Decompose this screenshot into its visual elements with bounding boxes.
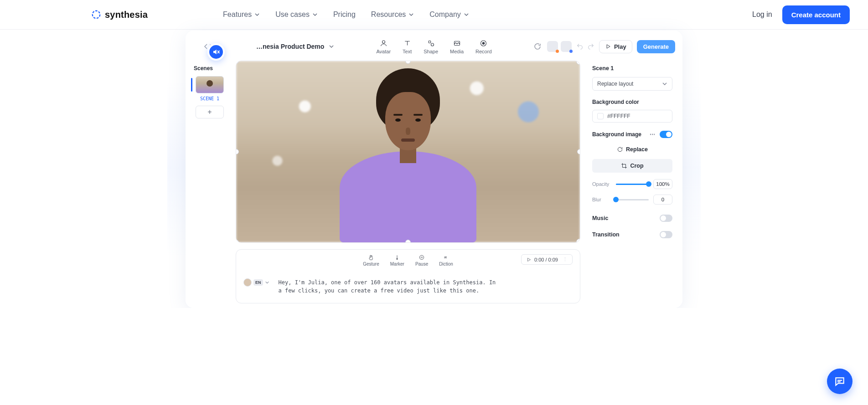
refresh-button[interactable] bbox=[532, 41, 542, 51]
gesture-icon bbox=[368, 254, 374, 261]
music-toggle[interactable] bbox=[660, 215, 672, 222]
play-button[interactable]: Play bbox=[599, 40, 632, 53]
tool-shape[interactable]: Shape bbox=[424, 39, 438, 54]
more-options-icon[interactable]: ⋯ bbox=[650, 131, 656, 138]
nav-pricing[interactable]: Pricing bbox=[333, 10, 356, 19]
brand-icon bbox=[91, 10, 101, 20]
bg-color-label: Background color bbox=[592, 99, 672, 105]
bg-image-toggle[interactable] bbox=[660, 131, 672, 138]
presence-avatar-1[interactable] bbox=[547, 41, 558, 52]
svg-point-0 bbox=[93, 11, 100, 19]
properties-panel: Scene 1 Replace layout Background color … bbox=[587, 61, 678, 303]
blur-value: 0 bbox=[653, 195, 672, 205]
transition-toggle[interactable] bbox=[660, 231, 672, 238]
script-time[interactable]: 0:00 / 0:09 ⋮ bbox=[521, 254, 573, 265]
tool-record[interactable]: Record bbox=[475, 39, 491, 54]
scenes-panel: Scenes SCENE 1 + bbox=[190, 61, 229, 303]
project-title[interactable]: …nesia Product Demo bbox=[256, 43, 334, 50]
svg-rect-4 bbox=[429, 41, 431, 43]
brand-logo[interactable]: synthesia bbox=[91, 10, 148, 20]
presence-avatars bbox=[547, 41, 572, 52]
blur-slider[interactable]: Blur 0 bbox=[592, 195, 672, 205]
generate-button[interactable]: Generate bbox=[637, 40, 675, 53]
nav-links: Features Use cases Pricing Resources Com… bbox=[223, 10, 469, 19]
replace-icon bbox=[617, 146, 623, 153]
svg-point-5 bbox=[431, 43, 434, 46]
music-label: Music bbox=[592, 215, 608, 221]
text-icon bbox=[403, 39, 411, 47]
app-bar-right: Play Generate bbox=[532, 40, 675, 53]
props-title: Scene 1 bbox=[592, 65, 672, 72]
nav-company[interactable]: Company bbox=[429, 10, 469, 19]
shape-icon bbox=[427, 39, 435, 47]
script-tool-gesture[interactable]: Gesture bbox=[363, 254, 379, 267]
chevron-down-icon bbox=[265, 280, 269, 285]
script-voice-selector[interactable]: EN bbox=[243, 278, 269, 287]
crop-icon bbox=[621, 163, 627, 169]
scenes-title: Scenes bbox=[194, 65, 226, 72]
nav-right: Log in Create account bbox=[752, 5, 850, 24]
scene-label-1: SCENE 1 bbox=[194, 96, 226, 101]
tool-media[interactable]: Media bbox=[450, 39, 464, 54]
insert-toolbar: Avatar Text Shape Media Record bbox=[376, 39, 491, 54]
diction-icon: æ bbox=[443, 254, 450, 261]
add-scene-button[interactable]: + bbox=[196, 106, 224, 118]
marker-icon bbox=[394, 254, 400, 261]
opacity-slider[interactable]: Opacity 100% bbox=[592, 179, 672, 189]
svg-point-9 bbox=[419, 255, 424, 259]
nav-resources[interactable]: Resources bbox=[371, 10, 414, 19]
script-toolbar: Gesture Marker Pause æDiction 0:00 / 0:0… bbox=[243, 254, 573, 267]
history-controls bbox=[576, 43, 594, 50]
script-tool-diction[interactable]: æDiction bbox=[439, 254, 453, 267]
chevron-down-icon bbox=[329, 44, 334, 49]
svg-point-8 bbox=[483, 42, 485, 44]
slider-track[interactable] bbox=[616, 199, 649, 200]
chevron-down-icon bbox=[662, 81, 667, 87]
chevron-down-icon bbox=[408, 12, 414, 17]
refresh-icon bbox=[533, 42, 542, 51]
login-link[interactable]: Log in bbox=[752, 10, 772, 19]
media-icon bbox=[453, 39, 461, 47]
create-account-button[interactable]: Create account bbox=[782, 5, 850, 24]
nav-usecases[interactable]: Use cases bbox=[275, 10, 318, 19]
mute-button[interactable] bbox=[207, 43, 225, 61]
crop-button[interactable]: Crop bbox=[592, 159, 672, 173]
bg-color-value: #FFFFFF bbox=[607, 113, 630, 119]
canvas-area: Gesture Marker Pause æDiction 0:00 / 0:0… bbox=[236, 61, 580, 303]
scene-thumbnail-1[interactable] bbox=[196, 76, 224, 93]
bg-image-label: Background image bbox=[592, 131, 641, 138]
app-shell: …nesia Product Demo Avatar Text Shape Me… bbox=[186, 31, 682, 308]
script-tool-marker[interactable]: Marker bbox=[390, 254, 404, 267]
tool-avatar[interactable]: Avatar bbox=[376, 39, 391, 54]
play-icon bbox=[605, 43, 611, 50]
undo-icon[interactable] bbox=[576, 43, 584, 50]
voice-lang-badge: EN bbox=[253, 279, 263, 286]
site-nav: synthesia Features Use cases Pricing Res… bbox=[0, 0, 868, 30]
presence-avatar-2[interactable] bbox=[561, 41, 572, 52]
script-text[interactable]: Hey, I'm Julia, one of over 160 avatars … bbox=[279, 278, 497, 295]
layout-select[interactable]: Replace layout bbox=[592, 77, 672, 91]
canvas[interactable] bbox=[236, 61, 580, 243]
app-bar: …nesia Product Demo Avatar Text Shape Me… bbox=[190, 35, 678, 58]
pause-icon bbox=[418, 254, 425, 261]
chevron-down-icon bbox=[254, 12, 260, 17]
transition-label: Transition bbox=[592, 231, 620, 238]
record-icon bbox=[480, 39, 488, 47]
opacity-value: 100% bbox=[653, 179, 672, 189]
script-panel: Gesture Marker Pause æDiction 0:00 / 0:0… bbox=[236, 249, 580, 303]
script-tool-pause[interactable]: Pause bbox=[415, 254, 428, 267]
avatar-icon bbox=[379, 39, 388, 47]
svg-point-3 bbox=[382, 41, 385, 43]
slider-track[interactable] bbox=[616, 184, 649, 185]
color-swatch bbox=[597, 113, 604, 119]
nav-features[interactable]: Features bbox=[223, 10, 260, 19]
voice-avatar-icon bbox=[243, 278, 252, 287]
tool-text[interactable]: Text bbox=[403, 39, 412, 54]
speaker-muted-icon bbox=[212, 48, 220, 56]
chevron-down-icon bbox=[312, 12, 318, 17]
redo-icon[interactable] bbox=[587, 43, 594, 50]
bg-color-input[interactable]: #FFFFFF bbox=[592, 110, 672, 123]
more-icon: ⋮ bbox=[563, 256, 568, 262]
replace-button[interactable]: Replace bbox=[592, 144, 672, 155]
avatar-figure bbox=[340, 65, 476, 242]
